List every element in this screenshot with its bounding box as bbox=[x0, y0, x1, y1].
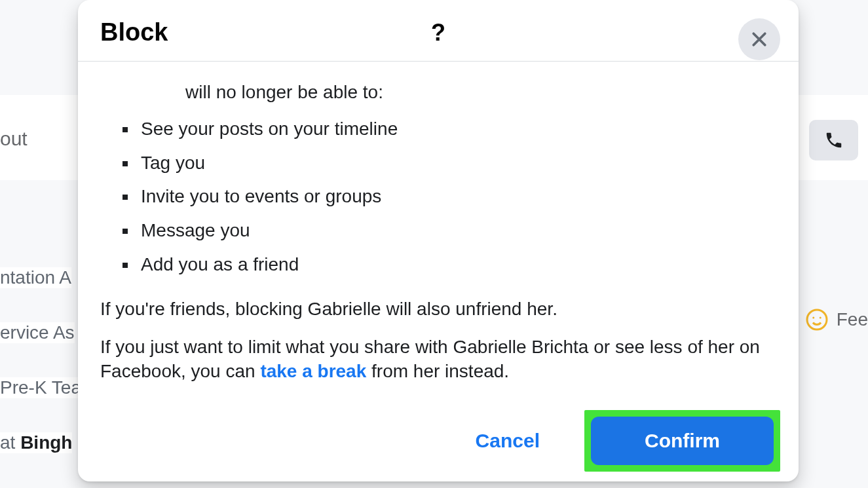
intro-text: will no longer be able to: bbox=[100, 80, 776, 105]
dialog-header: Block ? bbox=[78, 0, 799, 62]
take-a-break-link[interactable]: take a break bbox=[260, 361, 366, 381]
svg-point-1 bbox=[812, 317, 814, 319]
background-text-row: Pre-K Tea bbox=[0, 377, 81, 398]
restrictions-list: See your posts on your timeline Tag you … bbox=[100, 117, 776, 277]
list-item: See your posts on your timeline bbox=[100, 117, 776, 141]
close-button[interactable] bbox=[738, 18, 780, 60]
feed-button[interactable]: Fee bbox=[805, 308, 868, 331]
cancel-button[interactable]: Cancel bbox=[462, 421, 553, 461]
dialog-title: Block bbox=[100, 18, 168, 47]
block-dialog: Block ? will no longer be able to: See y… bbox=[78, 0, 799, 481]
list-item: Tag you bbox=[100, 151, 776, 176]
unfriend-text: If you're friends, blocking Gabrielle wi… bbox=[100, 297, 776, 322]
background-text-row: at Bingh bbox=[0, 432, 72, 453]
phone-button[interactable] bbox=[809, 120, 858, 160]
phone-icon bbox=[824, 130, 844, 150]
background-text-row: ntation A bbox=[0, 267, 71, 288]
confirm-highlight: Confirm bbox=[584, 410, 780, 472]
limit-text: If you just want to limit what you share… bbox=[100, 335, 776, 385]
dialog-body: will no longer be able to: See your post… bbox=[78, 62, 799, 397]
background-text-row: ervice As bbox=[0, 322, 75, 343]
svg-point-0 bbox=[807, 310, 827, 329]
dialog-subtitle: ? bbox=[431, 19, 445, 47]
list-item: Add you as a friend bbox=[100, 252, 776, 277]
dialog-footer: Cancel Confirm bbox=[78, 397, 799, 481]
feed-label: Fee bbox=[837, 309, 868, 330]
list-item: Message you bbox=[100, 218, 776, 243]
list-item: Invite you to events or groups bbox=[100, 184, 776, 209]
smiley-icon bbox=[805, 308, 829, 331]
confirm-button[interactable]: Confirm bbox=[591, 417, 774, 465]
svg-point-2 bbox=[820, 317, 821, 319]
close-icon bbox=[749, 29, 769, 49]
